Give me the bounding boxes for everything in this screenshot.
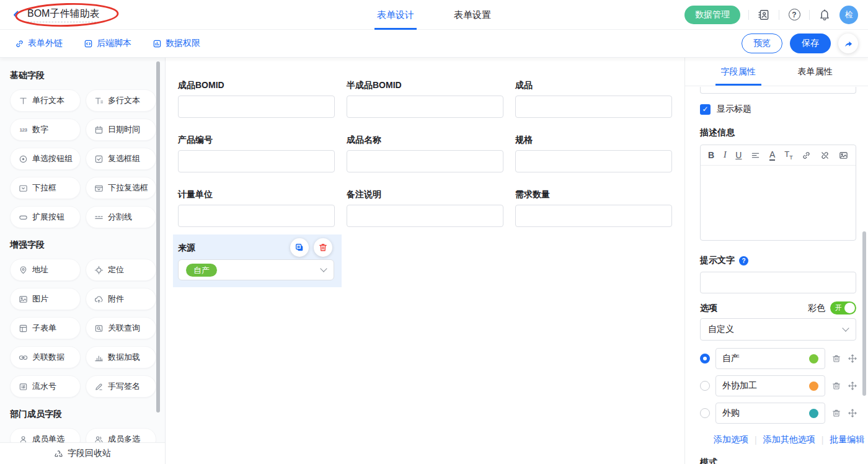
backend-script-link[interactable]: 后端脚本 [84,38,131,49]
field-item-linked-data[interactable]: 关联数据 [10,346,81,368]
address-book-icon[interactable] [757,8,771,22]
add-option-link[interactable]: 添加选项 [714,434,748,445]
option-move-icon[interactable] [848,381,857,391]
canvas-field[interactable]: 规格 [515,135,672,172]
field-title-input-partial[interactable] [700,87,856,94]
field-item-image[interactable]: 图片 [10,288,81,310]
help-icon[interactable]: ? [787,8,801,22]
canvas-field[interactable]: 计量单位 [178,189,335,227]
option-label-input[interactable]: 自产 [715,348,825,369]
text-input-preview[interactable] [347,96,503,118]
preview-button[interactable]: 预览 [742,33,782,53]
canvas-field[interactable]: 需求数量 [515,189,672,227]
tab-form-properties[interactable]: 表单属性 [792,58,838,86]
text-input-preview[interactable] [178,150,335,172]
save-button[interactable]: 保存 [790,33,831,53]
batch-edit-link[interactable]: 批量编辑 [830,434,864,445]
option-move-icon[interactable] [848,354,857,364]
insert-link-icon[interactable] [802,151,811,160]
field-item-signature[interactable]: 手写签名 [86,375,156,398]
show-title-checkbox[interactable]: ✓ 显示标题 [700,104,751,115]
checkbox-group-icon [94,154,104,164]
tab-form-settings[interactable]: 表单设置 [451,0,494,30]
duplicate-field-button[interactable] [290,238,309,257]
form-design-canvas[interactable]: 成品BOMID 半成品BOMID 成品 产品编号 成品名称 规格 计量单位 备注… [166,58,684,464]
option-color-dot[interactable] [809,409,818,418]
field-item-multi-select[interactable]: 下拉复选框 [86,177,156,199]
user-avatar[interactable]: 检 [839,6,858,24]
field-item-checkbox-group[interactable]: 复选框组 [86,148,156,170]
description-rich-text-editor[interactable]: B I U A TT [700,145,856,241]
remove-link-icon[interactable] [820,151,830,160]
option-radio-selected[interactable] [700,354,710,364]
field-item-divider[interactable]: 分割线 [86,206,156,228]
text-input-preview[interactable] [347,205,503,227]
option-label-input[interactable]: 外购 [715,403,825,424]
canvas-field[interactable]: 备注说明 [347,189,503,227]
option-delete-icon[interactable] [831,408,841,418]
option-move-icon[interactable] [848,408,857,418]
insert-image-icon[interactable] [839,151,848,160]
align-icon[interactable] [751,151,760,160]
canvas-field[interactable]: 产品编号 [178,135,335,172]
field-recycle-bin[interactable]: 字段回收站 [0,442,165,464]
tab-form-design[interactable]: 表单设计 [374,0,417,30]
canvas-field[interactable]: 成品 [515,80,672,118]
field-item-attachment[interactable]: 附件 [86,288,156,310]
canvas-field[interactable]: 成品名称 [347,135,503,172]
option-source-select[interactable]: 自定义 [700,318,856,341]
panel-scrollbar[interactable] [862,231,866,396]
underline-icon[interactable]: U [735,151,742,159]
color-toggle[interactable]: 开 [830,301,856,315]
back-icon[interactable] [11,10,21,20]
field-item-lookup-query[interactable]: 关联查询 [86,317,156,339]
canvas-field[interactable]: 半成品BOMID [347,80,503,118]
text-input-preview[interactable] [515,96,672,118]
field-item-number[interactable]: 123数字 [10,118,81,141]
canvas-field[interactable]: 成品BOMID [178,80,335,118]
notification-bell-icon[interactable] [818,8,831,22]
editor-body[interactable] [701,166,856,240]
font-size-icon[interactable]: TT [784,150,792,161]
tab-field-properties[interactable]: 字段属性 [715,58,761,86]
sidebar-scrollbar[interactable] [156,61,160,413]
field-item-multi-text[interactable]: 多行文本 [86,89,156,112]
field-item-datetime[interactable]: 日期时间 [86,118,156,141]
hint-text-input[interactable] [700,272,856,293]
field-item-subform[interactable]: 子表单 [10,317,81,339]
option-color-dot[interactable] [809,354,818,364]
bold-icon[interactable]: B [708,151,714,159]
field-item-data-load[interactable]: 数据加载 [86,346,156,368]
field-item-select[interactable]: 下拉框 [10,177,81,199]
option-delete-icon[interactable] [831,354,841,364]
form-external-link[interactable]: 表单外链 [15,38,63,49]
field-item-address[interactable]: 地址 [10,259,81,281]
add-other-option-link[interactable]: 添加其他选项 [763,434,815,445]
option-label-input[interactable]: 外协加工 [715,375,825,396]
font-color-icon[interactable]: A [769,150,775,161]
share-button[interactable] [838,33,858,53]
data-permission-link[interactable]: 数据权限 [153,38,200,49]
text-input-preview[interactable] [347,150,503,172]
text-input-preview[interactable] [178,205,335,227]
text-input-preview[interactable] [178,96,335,118]
option-radio[interactable] [700,408,710,418]
lookup-query-icon [94,324,104,333]
field-item-extend-button[interactable]: 扩展按钮 [10,206,81,228]
data-manage-button[interactable]: 数据管理 [684,6,740,24]
hint-help-icon[interactable]: ? [739,256,748,265]
source-select-preview[interactable]: 自产 [178,259,334,280]
field-item-radio-group[interactable]: 单选按钮组 [10,148,81,170]
option-color-dot[interactable] [809,381,818,391]
option-radio[interactable] [700,381,710,391]
field-item-locate[interactable]: 定位 [86,259,156,281]
text-input-preview[interactable] [515,150,672,172]
selected-field-source[interactable]: 来源 自产 [173,234,342,287]
page-title[interactable]: BOM子件辅助表 [27,7,99,22]
field-item-single-text[interactable]: 单行文本 [10,89,81,112]
field-item-serial-number[interactable]: 流水号 [10,375,81,398]
text-input-preview[interactable] [515,205,672,227]
option-delete-icon[interactable] [831,381,841,391]
delete-field-button[interactable] [314,238,332,257]
italic-icon[interactable]: I [724,151,727,159]
